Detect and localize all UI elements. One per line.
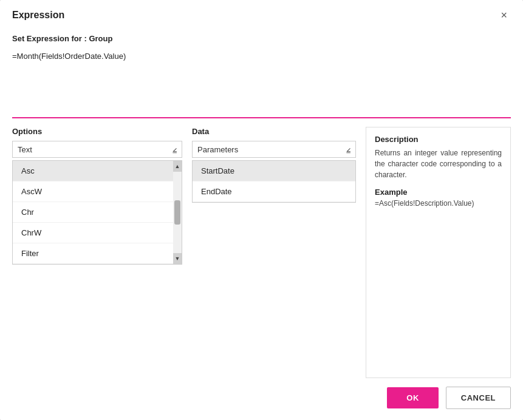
dialog-header: Expression × <box>0 0 523 28</box>
list-item[interactable]: ChrW <box>13 223 182 243</box>
data-dropdown[interactable]: Parameters ⦤ <box>192 141 356 158</box>
ok-button[interactable]: OK <box>387 387 439 408</box>
data-label: Data <box>192 127 356 136</box>
list-item[interactable]: StartDate <box>193 161 355 181</box>
scroll-down-arrow[interactable]: ▼ <box>173 253 182 264</box>
expression-input[interactable]: =Month(Fields!OrderDate.Value) <box>12 50 511 117</box>
chevron-down-icon: ⦤ <box>346 144 350 154</box>
description-panel: Description Returns an integer value rep… <box>366 127 511 378</box>
close-button[interactable]: × <box>497 8 511 22</box>
list-item[interactable]: AscW <box>13 181 182 202</box>
scrollbar[interactable]: ▲ ▼ <box>173 161 182 264</box>
example-text: =Asc(Fields!Description.Value) <box>375 199 502 208</box>
options-label: Options <box>12 127 182 136</box>
options-list[interactable]: Asc AscW Chr ChrW Filter ▲ ▼ <box>12 160 182 265</box>
cancel-button[interactable]: CANCEL <box>446 387 511 409</box>
data-list[interactable]: StartDate EndDate <box>192 160 356 203</box>
set-expression-label: Set Expression for : Group <box>12 34 511 43</box>
list-item[interactable]: Filter <box>13 243 182 264</box>
dialog-title: Expression <box>12 10 64 21</box>
divider <box>12 117 511 118</box>
expression-dialog: Expression × Set Expression for : Group … <box>0 0 523 420</box>
chevron-down-icon: ⦤ <box>173 144 177 154</box>
dialog-body: Set Expression for : Group =Month(Fields… <box>0 28 523 378</box>
scroll-thumb[interactable] <box>174 200 180 225</box>
description-title: Description <box>375 135 502 144</box>
data-panel: Data Parameters ⦤ StartDate EndDate <box>192 127 356 378</box>
options-panel: Options Text ⦤ Asc AscW Chr ChrW Filter … <box>12 127 182 378</box>
list-item[interactable]: Chr <box>13 202 182 223</box>
list-item[interactable]: Asc <box>13 161 182 181</box>
description-text: Returns an integer value representing th… <box>375 147 502 180</box>
example-title: Example <box>375 188 502 197</box>
list-item[interactable]: EndDate <box>193 181 355 202</box>
dialog-footer: OK CANCEL <box>0 378 523 420</box>
data-dropdown-value: Parameters <box>197 145 238 154</box>
scroll-up-arrow[interactable]: ▲ <box>173 161 182 172</box>
options-dropdown[interactable]: Text ⦤ <box>12 141 182 158</box>
options-dropdown-value: Text <box>18 145 32 154</box>
